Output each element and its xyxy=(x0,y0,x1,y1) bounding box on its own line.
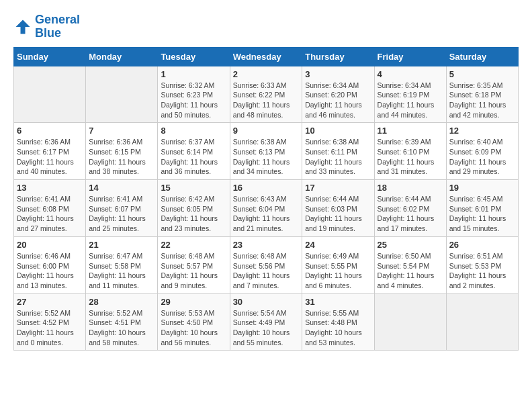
day-info: Sunrise: 6:32 AM Sunset: 6:23 PM Dayligh… xyxy=(161,81,226,120)
calendar-week-1: 1Sunrise: 6:32 AM Sunset: 6:23 PM Daylig… xyxy=(14,66,519,123)
calendar-cell: 11Sunrise: 6:39 AM Sunset: 6:10 PM Dayli… xyxy=(374,123,446,180)
calendar-cell: 3Sunrise: 6:34 AM Sunset: 6:20 PM Daylig… xyxy=(302,66,374,123)
calendar-week-4: 20Sunrise: 6:46 AM Sunset: 6:00 PM Dayli… xyxy=(14,236,519,293)
day-number: 26 xyxy=(449,240,515,250)
day-info: Sunrise: 6:42 AM Sunset: 6:05 PM Dayligh… xyxy=(161,194,226,234)
calendar-cell: 16Sunrise: 6:43 AM Sunset: 6:04 PM Dayli… xyxy=(230,180,302,237)
day-number: 19 xyxy=(449,183,515,193)
day-number: 11 xyxy=(378,126,443,136)
logo-text: General Blue xyxy=(35,13,80,40)
day-number: 12 xyxy=(449,126,515,136)
day-number: 17 xyxy=(305,183,371,193)
calendar-table: SundayMondayTuesdayWednesdayThursdayFrid… xyxy=(13,47,519,351)
day-info: Sunrise: 6:48 AM Sunset: 5:56 PM Dayligh… xyxy=(233,251,300,291)
day-number: 28 xyxy=(89,297,154,307)
calendar-cell xyxy=(14,66,86,123)
calendar-cell: 24Sunrise: 6:49 AM Sunset: 5:55 PM Dayli… xyxy=(302,236,374,293)
weekday-header-monday: Monday xyxy=(86,47,158,66)
day-info: Sunrise: 6:41 AM Sunset: 6:07 PM Dayligh… xyxy=(89,194,154,234)
day-number: 14 xyxy=(89,183,154,193)
calendar-cell: 21Sunrise: 6:47 AM Sunset: 5:58 PM Dayli… xyxy=(86,236,158,293)
day-info: Sunrise: 5:55 AM Sunset: 4:48 PM Dayligh… xyxy=(305,308,371,348)
day-number: 30 xyxy=(233,297,300,307)
day-info: Sunrise: 6:37 AM Sunset: 6:14 PM Dayligh… xyxy=(161,137,226,177)
day-number: 9 xyxy=(233,126,300,136)
weekday-header-row: SundayMondayTuesdayWednesdayThursdayFrid… xyxy=(14,47,519,66)
day-number: 2 xyxy=(233,69,300,79)
day-info: Sunrise: 6:44 AM Sunset: 6:02 PM Dayligh… xyxy=(378,194,443,234)
day-info: Sunrise: 6:40 AM Sunset: 6:09 PM Dayligh… xyxy=(449,137,515,177)
day-info: Sunrise: 6:47 AM Sunset: 5:58 PM Dayligh… xyxy=(89,251,154,291)
weekday-header-tuesday: Tuesday xyxy=(158,47,230,66)
logo-icon xyxy=(13,17,32,36)
day-number: 7 xyxy=(89,126,154,136)
calendar-cell: 6Sunrise: 6:36 AM Sunset: 6:17 PM Daylig… xyxy=(14,123,86,180)
day-number: 23 xyxy=(233,240,300,250)
calendar-cell: 8Sunrise: 6:37 AM Sunset: 6:14 PM Daylig… xyxy=(158,123,230,180)
weekday-header-wednesday: Wednesday xyxy=(230,47,302,66)
calendar-week-2: 6Sunrise: 6:36 AM Sunset: 6:17 PM Daylig… xyxy=(14,123,519,180)
calendar-cell: 27Sunrise: 5:52 AM Sunset: 4:52 PM Dayli… xyxy=(14,293,86,351)
day-info: Sunrise: 6:36 AM Sunset: 6:17 PM Dayligh… xyxy=(17,137,83,177)
day-info: Sunrise: 6:41 AM Sunset: 6:08 PM Dayligh… xyxy=(17,194,83,234)
day-info: Sunrise: 6:36 AM Sunset: 6:15 PM Dayligh… xyxy=(89,137,154,177)
day-info: Sunrise: 6:46 AM Sunset: 6:00 PM Dayligh… xyxy=(17,251,83,291)
calendar-cell: 28Sunrise: 5:52 AM Sunset: 4:51 PM Dayli… xyxy=(86,293,158,351)
calendar-cell: 18Sunrise: 6:44 AM Sunset: 6:02 PM Dayli… xyxy=(374,180,446,237)
calendar-cell: 13Sunrise: 6:41 AM Sunset: 6:08 PM Dayli… xyxy=(14,180,86,237)
day-number: 24 xyxy=(305,240,371,250)
day-number: 16 xyxy=(233,183,300,193)
calendar-cell: 5Sunrise: 6:35 AM Sunset: 6:18 PM Daylig… xyxy=(446,66,518,123)
calendar-cell: 23Sunrise: 6:48 AM Sunset: 5:56 PM Dayli… xyxy=(230,236,302,293)
day-number: 4 xyxy=(378,69,443,79)
calendar-week-5: 27Sunrise: 5:52 AM Sunset: 4:52 PM Dayli… xyxy=(14,293,519,351)
day-info: Sunrise: 6:35 AM Sunset: 6:18 PM Dayligh… xyxy=(449,81,515,120)
calendar-week-3: 13Sunrise: 6:41 AM Sunset: 6:08 PM Dayli… xyxy=(14,180,519,237)
page-header: General Blue xyxy=(13,13,519,40)
day-number: 20 xyxy=(17,240,83,250)
day-info: Sunrise: 5:54 AM Sunset: 4:49 PM Dayligh… xyxy=(233,308,300,348)
calendar-cell xyxy=(446,293,518,351)
day-info: Sunrise: 6:38 AM Sunset: 6:11 PM Dayligh… xyxy=(305,137,371,177)
day-number: 29 xyxy=(161,297,226,307)
calendar-cell: 9Sunrise: 6:38 AM Sunset: 6:13 PM Daylig… xyxy=(230,123,302,180)
calendar-cell: 20Sunrise: 6:46 AM Sunset: 6:00 PM Dayli… xyxy=(14,236,86,293)
day-number: 5 xyxy=(449,69,515,79)
day-number: 13 xyxy=(17,183,83,193)
day-info: Sunrise: 6:38 AM Sunset: 6:13 PM Dayligh… xyxy=(233,137,300,177)
calendar-cell: 10Sunrise: 6:38 AM Sunset: 6:11 PM Dayli… xyxy=(302,123,374,180)
day-number: 8 xyxy=(161,126,226,136)
calendar-cell: 2Sunrise: 6:33 AM Sunset: 6:22 PM Daylig… xyxy=(230,66,302,123)
day-info: Sunrise: 6:43 AM Sunset: 6:04 PM Dayligh… xyxy=(233,194,300,234)
calendar-cell: 25Sunrise: 6:50 AM Sunset: 5:54 PM Dayli… xyxy=(374,236,446,293)
day-number: 27 xyxy=(17,297,83,307)
calendar-cell: 7Sunrise: 6:36 AM Sunset: 6:15 PM Daylig… xyxy=(86,123,158,180)
calendar-cell: 17Sunrise: 6:44 AM Sunset: 6:03 PM Dayli… xyxy=(302,180,374,237)
svg-marker-0 xyxy=(16,19,30,34)
calendar-cell: 14Sunrise: 6:41 AM Sunset: 6:07 PM Dayli… xyxy=(86,180,158,237)
day-info: Sunrise: 5:52 AM Sunset: 4:52 PM Dayligh… xyxy=(17,308,83,348)
calendar-cell xyxy=(86,66,158,123)
day-info: Sunrise: 6:49 AM Sunset: 5:55 PM Dayligh… xyxy=(305,251,371,291)
weekday-header-saturday: Saturday xyxy=(446,47,518,66)
day-info: Sunrise: 6:34 AM Sunset: 6:20 PM Dayligh… xyxy=(305,81,371,120)
calendar-cell: 19Sunrise: 6:45 AM Sunset: 6:01 PM Dayli… xyxy=(446,180,518,237)
day-number: 18 xyxy=(378,183,443,193)
calendar-cell xyxy=(374,293,446,351)
calendar-cell: 31Sunrise: 5:55 AM Sunset: 4:48 PM Dayli… xyxy=(302,293,374,351)
calendar-cell: 1Sunrise: 6:32 AM Sunset: 6:23 PM Daylig… xyxy=(158,66,230,123)
weekday-header-friday: Friday xyxy=(374,47,446,66)
day-info: Sunrise: 6:51 AM Sunset: 5:53 PM Dayligh… xyxy=(449,251,515,291)
day-info: Sunrise: 5:53 AM Sunset: 4:50 PM Dayligh… xyxy=(161,308,226,348)
day-info: Sunrise: 6:34 AM Sunset: 6:19 PM Dayligh… xyxy=(378,81,443,120)
weekday-header-sunday: Sunday xyxy=(14,47,86,66)
day-info: Sunrise: 6:50 AM Sunset: 5:54 PM Dayligh… xyxy=(378,251,443,291)
day-info: Sunrise: 6:39 AM Sunset: 6:10 PM Dayligh… xyxy=(378,137,443,177)
calendar-cell: 15Sunrise: 6:42 AM Sunset: 6:05 PM Dayli… xyxy=(158,180,230,237)
weekday-header-thursday: Thursday xyxy=(302,47,374,66)
day-number: 25 xyxy=(378,240,443,250)
day-info: Sunrise: 6:33 AM Sunset: 6:22 PM Dayligh… xyxy=(233,81,300,120)
day-info: Sunrise: 6:48 AM Sunset: 5:57 PM Dayligh… xyxy=(161,251,226,291)
day-number: 3 xyxy=(305,69,371,79)
calendar-cell: 30Sunrise: 5:54 AM Sunset: 4:49 PM Dayli… xyxy=(230,293,302,351)
